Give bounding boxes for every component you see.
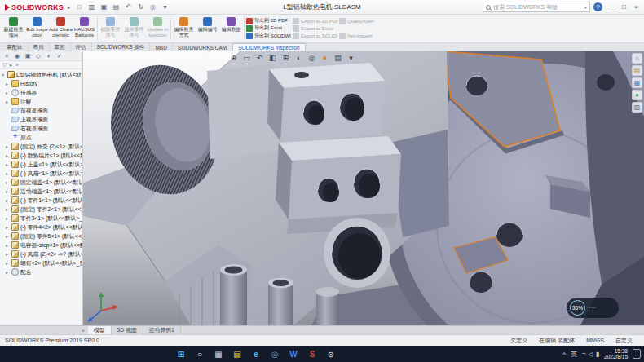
feature-tree-item[interactable]: ▸ 配合: [0, 267, 82, 276]
task-pane-icon[interactable]: ●: [632, 90, 642, 100]
taskbar-icon[interactable]: ○: [194, 347, 205, 360]
quickbar-icon[interactable]: ▤: [112, 2, 121, 12]
search-caret-icon[interactable]: ▾: [584, 4, 587, 10]
window-control-button[interactable]: ─: [606, 2, 618, 13]
ribbon-button[interactable]: 编辑数据: [219, 15, 243, 42]
feature-tree-item[interactable]: ▸ (固定) 零件5<1> (默认<<默认>_显示: [0, 232, 82, 241]
command-tab[interactable]: 装配体: [2, 43, 29, 51]
expand-arrow-icon[interactable]: ▸: [6, 170, 11, 176]
panel-tool-icon[interactable]: ▽: [2, 62, 7, 68]
ribbon-button[interactable]: Edit Inspection: [25, 15, 49, 42]
command-tab[interactable]: SOLIDWORKS Inspection: [232, 43, 306, 51]
expand-arrow-icon[interactable]: ▸: [6, 269, 11, 275]
task-pane-icon[interactable]: ▦: [632, 77, 642, 88]
tray-chevron-icon[interactable]: ^: [562, 351, 566, 358]
expand-arrow-icon[interactable]: ▸: [6, 251, 11, 257]
expand-arrow-icon[interactable]: ▸: [6, 81, 11, 86]
ribbon-stack-button[interactable]: 导出到 Excel: [246, 24, 291, 32]
task-pane-icon[interactable]: ▧: [632, 102, 642, 113]
taskbar-icon[interactable]: ◎: [269, 347, 280, 360]
taskbar-icon[interactable]: W: [288, 347, 299, 360]
feature-tree-item[interactable]: 右视基准面: [0, 124, 82, 133]
ribbon-button[interactable]: 编辑检查方式: [172, 15, 196, 42]
panel-tab[interactable]: ◉: [12, 52, 22, 60]
tabs-collapse-icon[interactable]: «: [78, 326, 88, 334]
panel-tab[interactable]: ≡: [2, 52, 11, 60]
hud-icon[interactable]: ⊞: [280, 52, 291, 63]
panel-tab[interactable]: ◇: [33, 52, 43, 60]
ribbon-button[interactable]: Add Characteristic: [49, 15, 73, 42]
feature-tree-item[interactable]: ▸ 螺钉<2> (默认<<默认>_显示状态 1>: [0, 258, 82, 267]
status-item[interactable]: 自定义: [615, 337, 633, 345]
hud-icon[interactable]: ●: [320, 52, 330, 63]
feature-tree-item[interactable]: ▸ 零件3<1> (默认<<默认>_显示状态 1>: [0, 214, 82, 223]
hud-icon[interactable]: ◧: [267, 52, 278, 63]
expand-arrow-icon[interactable]: ▸: [6, 242, 11, 248]
hud-icon[interactable]: ◎: [307, 52, 317, 63]
command-tab[interactable]: SOLIDWORKS CAM: [173, 43, 232, 51]
status-item[interactable]: 欠定义: [510, 337, 527, 345]
task-pane-icon[interactable]: ▤: [632, 65, 642, 76]
graphics-viewport[interactable]: ⊕▭↶◧⊞◐◎●▤▾ ⌂▤▦●▧ 36% ⋯: [83, 51, 644, 325]
notification-button[interactable]: [633, 349, 641, 359]
command-tab[interactable]: 评估: [71, 43, 92, 51]
hud-icon[interactable]: ◐: [293, 52, 304, 63]
ribbon-button[interactable]: 新建检查项目: [2, 15, 25, 42]
panel-tool-icon[interactable]: ▸: [10, 62, 12, 68]
feature-tree-item[interactable]: ▸ 活动端盖<1> (默认<<默认>_显示状态: [0, 187, 82, 196]
feature-tree-item[interactable]: ▸ (-) 风扇 (2)<2> ->? (默认<<默认>_显: [0, 249, 82, 258]
panel-tab[interactable]: ◐: [44, 52, 54, 60]
feature-tree-item[interactable]: ▸ (固定) 零件2<1> (默认<<默认>_显示: [0, 205, 82, 214]
feature-tree-item[interactable]: ▾ L型铝轴散热电机 (默认<默认>_显示状态: [0, 70, 82, 79]
expand-arrow-icon[interactable]: ▾: [2, 72, 7, 77]
hud-icon[interactable]: ↶: [254, 52, 265, 63]
quickbar-icon[interactable]: ▥: [87, 2, 97, 12]
expand-arrow-icon[interactable]: ▸: [6, 260, 11, 266]
expand-arrow-icon[interactable]: ▸: [6, 161, 11, 167]
feature-tree-item[interactable]: ▸ 电容器-step<1> (默认<<默认>_显示: [0, 241, 82, 249]
feature-tree-item[interactable]: ▸ History: [0, 79, 82, 88]
ribbon-button[interactable]: 选择零件序号: [122, 15, 146, 42]
document-tab[interactable]: 运动算例1: [143, 326, 181, 334]
expand-arrow-icon[interactable]: ▸: [6, 188, 11, 194]
tray-icon[interactable]: ≈: [582, 351, 585, 358]
taskbar-icon[interactable]: e: [250, 347, 262, 360]
overlay-dots-icon[interactable]: ⋯: [589, 304, 596, 311]
3d-model-scene[interactable]: [83, 51, 644, 325]
feature-tree-item[interactable]: 原点: [0, 133, 82, 142]
window-control-button[interactable]: ×: [630, 2, 642, 13]
feature-tree-item[interactable]: 前视基准面: [0, 106, 82, 115]
feature-tree-item[interactable]: ▸ (-) 零件1<1> (默认<<默认>_显示状态: [0, 196, 82, 205]
expand-arrow-icon[interactable]: ▸: [6, 215, 11, 221]
taskbar-icon[interactable]: S: [307, 347, 318, 360]
quickbar-icon[interactable]: ▣: [99, 2, 109, 12]
expand-arrow-icon[interactable]: ▸: [6, 197, 11, 203]
feature-tree-item[interactable]: ▸ 传感器: [0, 88, 82, 97]
ribbon-button[interactable]: 编辑编号: [196, 15, 219, 42]
quickbar-icon[interactable]: □: [75, 2, 85, 12]
ribbon-stack-button[interactable]: Export to Excel: [293, 24, 337, 32]
ribbon-stack-button[interactable]: Export to 2D PDF: [293, 17, 337, 24]
taskbar-icon[interactable]: ⊞: [175, 347, 187, 360]
status-item[interactable]: 在编辑 装配体: [539, 337, 575, 345]
status-item[interactable]: MMGS: [586, 338, 604, 343]
assembly-model[interactable]: [83, 51, 644, 325]
input-language-indicator[interactable]: 英: [571, 350, 577, 359]
expand-arrow-icon[interactable]: ▸: [6, 179, 11, 185]
taskbar-icon[interactable]: ⊙: [325, 347, 337, 360]
feature-tree-item[interactable]: 上视基准面: [0, 115, 82, 124]
expand-arrow-icon[interactable]: ▸: [6, 206, 11, 212]
task-pane-icon[interactable]: ⌂: [632, 53, 642, 64]
command-tab[interactable]: 布局: [29, 43, 50, 51]
hud-icon[interactable]: ⊕: [228, 52, 239, 63]
quickbar-icon[interactable]: ◎: [148, 2, 158, 12]
feature-tree-item[interactable]: ▸ 注解: [0, 97, 82, 106]
quickbar-icon[interactable]: ↶: [124, 2, 134, 12]
ribbon-stack-button[interactable]: 导出到 2D PDF: [246, 17, 291, 24]
taskbar-clock[interactable]: 15:38 2022/8/15: [604, 348, 628, 360]
command-tab[interactable]: MBD: [150, 43, 172, 51]
ribbon-stack-button[interactable]: QualityXpert: [339, 17, 377, 25]
window-control-button[interactable]: □: [618, 2, 630, 13]
hud-icon[interactable]: ▤: [333, 52, 343, 63]
ribbon-button[interactable]: HAUSUS Balloons: [73, 15, 96, 42]
